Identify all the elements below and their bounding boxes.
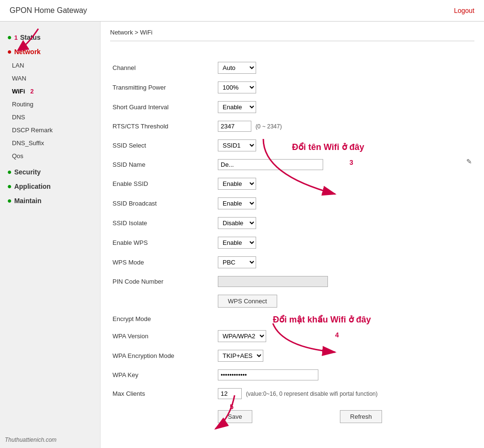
sidebar-item-qos[interactable]: Qos bbox=[0, 149, 100, 162]
sidebar-item-dns[interactable]: DNS bbox=[0, 111, 100, 124]
row-ssid-name: SSID Name ✎ bbox=[110, 155, 474, 174]
sidebar-item-maintain[interactable]: ● Maintain bbox=[0, 194, 100, 208]
logout-button[interactable]: Logout bbox=[454, 7, 474, 14]
watermark: Thuthuattienich.com bbox=[5, 437, 56, 443]
channel-label: Channel bbox=[110, 58, 215, 78]
sidebar-label-application: Application bbox=[14, 183, 51, 190]
row-ssid-broadcast: SSID Broadcast Enable Disable bbox=[110, 194, 474, 213]
wpa-key-label: WPA Key bbox=[110, 366, 215, 384]
channel-select[interactable]: Auto 123 456 789 1011 bbox=[218, 62, 256, 74]
row-pin-code: PIN Code Number bbox=[110, 272, 474, 291]
rts-range-note: (0 ~ 2347) bbox=[256, 123, 282, 130]
max-clients-label: Max Clients bbox=[110, 384, 215, 403]
sidebar-label-status: Status bbox=[20, 34, 41, 41]
sidebar-item-lan[interactable]: LAN bbox=[0, 59, 100, 72]
row-enable-wps: Enable WPS Enable Disable bbox=[110, 233, 474, 253]
sidebar-label-maintain: Maintain bbox=[14, 197, 42, 205]
wpa-version-label: WPA Version bbox=[110, 326, 215, 346]
pin-code-label: PIN Code Number bbox=[110, 272, 215, 291]
wpa-encryption-label: WPA Encryption Mode bbox=[110, 346, 215, 366]
sidebar-label-dns: DNS bbox=[12, 114, 25, 121]
sidebar-label-dns-suffix: DNS_Suffix bbox=[12, 139, 44, 147]
wpa-encryption-select[interactable]: TKIP+AES TKIP AES bbox=[218, 350, 263, 362]
sidebar-item-dns-suffix[interactable]: DNS_Suffix bbox=[0, 137, 100, 149]
save-button[interactable]: Save bbox=[218, 410, 252, 423]
wps-mode-label: WPS Mode bbox=[110, 253, 215, 272]
row-transmitting-power: Transmitting Power 100% 75% 50% 25% bbox=[110, 78, 474, 97]
ssid-broadcast-label: SSID Broadcast bbox=[110, 194, 215, 213]
encrypt-mode-label: Encrypt Mode bbox=[110, 311, 215, 326]
row-max-clients: Max Clients (value:0~16, 0 represent dis… bbox=[110, 384, 474, 403]
sidebar-label-wan: WAN bbox=[12, 75, 26, 82]
sidebar-item-status[interactable]: ● 1 Status bbox=[0, 30, 100, 45]
short-guard-interval-label: Short Guard Interval bbox=[110, 97, 215, 117]
ssid-name-label: SSID Name bbox=[110, 155, 215, 174]
header-title: GPON Home Gateway bbox=[10, 6, 87, 15]
sidebar-label-lan: LAN bbox=[12, 62, 24, 69]
row-wpa-key: WPA Key bbox=[110, 366, 474, 384]
row-wpa-version: WPA Version WPA/WPA2 WPA WPA2 bbox=[110, 326, 474, 346]
bullet-application: ● bbox=[7, 182, 12, 191]
sidebar-label-qos: Qos bbox=[12, 152, 23, 160]
enable-ssid-label: Enable SSID bbox=[110, 174, 215, 194]
main-content: Network > WiFi Đổi tên Wifi ở đây 3 bbox=[101, 22, 484, 448]
max-clients-note: (value:0~16, 0 represent disable wifi po… bbox=[246, 391, 378, 397]
sidebar-item-wifi[interactable]: WiFi 2 bbox=[0, 85, 100, 98]
row-ssid-select: SSID Select SSID1 SSID2 SSID3 SSID4 bbox=[110, 136, 474, 155]
sidebar-item-routing[interactable]: Routing bbox=[0, 98, 100, 111]
wpa-key-input[interactable] bbox=[218, 369, 318, 380]
sidebar-label-network: Network bbox=[14, 48, 41, 56]
row-encrypt-mode: Encrypt Mode bbox=[110, 311, 474, 326]
row-channel: Channel Auto 123 456 789 1011 bbox=[110, 58, 474, 78]
sidebar-label-wifi: WiFi bbox=[12, 88, 25, 95]
badge-1: 1 bbox=[14, 34, 18, 41]
sidebar-item-network[interactable]: ● Network bbox=[0, 45, 100, 59]
breadcrumb: Network > WiFi bbox=[110, 29, 474, 41]
sidebar-item-wan[interactable]: WAN bbox=[0, 72, 100, 85]
bullet-status: ● bbox=[7, 33, 12, 42]
row-wps-mode: WPS Mode PBC PIN bbox=[110, 253, 474, 272]
transmitting-power-label: Transmitting Power bbox=[110, 78, 215, 97]
ssid-select[interactable]: SSID1 SSID2 SSID3 SSID4 bbox=[218, 139, 256, 151]
row-wps-connect: WPS Connect bbox=[110, 291, 474, 311]
sidebar-label-dscp: DSCP Remark bbox=[12, 126, 53, 134]
sidebar-item-security[interactable]: ● Security bbox=[0, 165, 100, 179]
bullet-network: ● bbox=[7, 47, 12, 56]
badge-2: 2 bbox=[30, 88, 34, 95]
enable-wps-select[interactable]: Enable Disable bbox=[218, 237, 256, 249]
row-buttons: Save Refresh bbox=[110, 403, 474, 427]
rts-cts-label: RTS/CTS Threshold bbox=[110, 117, 215, 136]
ssid-isolate-label: SSID Isolate bbox=[110, 213, 215, 233]
rts-cts-input[interactable] bbox=[218, 121, 251, 132]
wps-mode-select[interactable]: PBC PIN bbox=[218, 256, 256, 268]
transmitting-power-select[interactable]: 100% 75% 50% 25% bbox=[218, 81, 256, 93]
row-enable-ssid: Enable SSID Enable Disable bbox=[110, 174, 474, 194]
sidebar-label-routing: Routing bbox=[12, 101, 34, 108]
sidebar-item-dscp[interactable]: DSCP Remark bbox=[0, 124, 100, 137]
ssid-isolate-select[interactable]: Disable Enable bbox=[218, 217, 256, 229]
wpa-version-select[interactable]: WPA/WPA2 WPA WPA2 bbox=[218, 330, 266, 342]
pin-code-input[interactable] bbox=[218, 276, 328, 287]
sidebar-item-application[interactable]: ● Application bbox=[0, 179, 100, 194]
ssid-name-input[interactable] bbox=[218, 159, 323, 170]
row-wpa-encryption: WPA Encryption Mode TKIP+AES TKIP AES bbox=[110, 346, 474, 366]
bullet-security: ● bbox=[7, 168, 12, 176]
sidebar-label-security: Security bbox=[14, 168, 41, 176]
row-rts-cts: RTS/CTS Threshold (0 ~ 2347) bbox=[110, 117, 474, 136]
enable-wps-label: Enable WPS bbox=[110, 233, 215, 253]
refresh-button[interactable]: Refresh bbox=[340, 410, 382, 423]
ssid-select-label: SSID Select bbox=[110, 136, 215, 155]
wps-connect-button[interactable]: WPS Connect bbox=[218, 295, 277, 308]
ssid-name-icon[interactable]: ✎ bbox=[466, 158, 472, 165]
enable-ssid-select[interactable]: Enable Disable bbox=[218, 178, 256, 190]
bullet-maintain: ● bbox=[7, 196, 12, 205]
wifi-settings-table: Channel Auto 123 456 789 1011 bbox=[110, 48, 474, 427]
max-clients-input[interactable] bbox=[218, 388, 242, 399]
sidebar: ● 1 Status ● Network LAN WAN WiFi 2 Rout… bbox=[0, 22, 101, 448]
short-guard-interval-select[interactable]: Enable Disable bbox=[218, 101, 256, 113]
row-short-guard-interval: Short Guard Interval Enable Disable bbox=[110, 97, 474, 117]
row-ssid-isolate: SSID Isolate Disable Enable bbox=[110, 213, 474, 233]
ssid-broadcast-select[interactable]: Enable Disable bbox=[218, 197, 256, 209]
